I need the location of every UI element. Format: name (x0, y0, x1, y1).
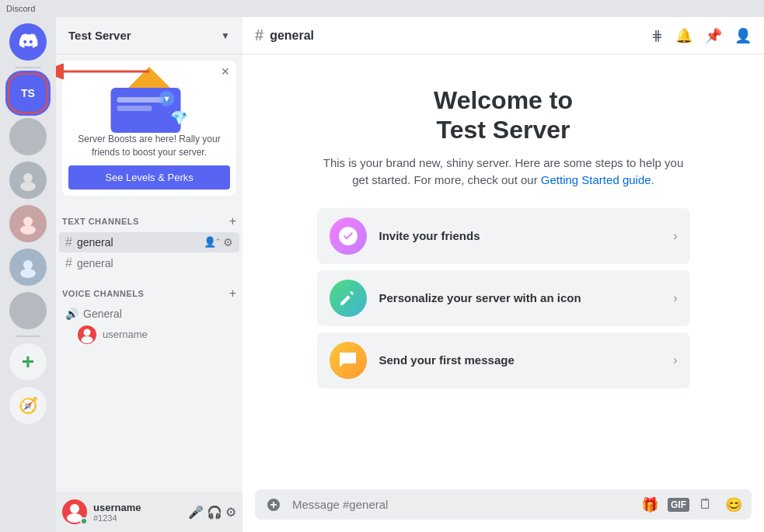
message-input-area: 🎁 GIF 🗒 😊 (242, 489, 764, 532)
notifications-icon[interactable]: 🔔 (675, 27, 692, 44)
invite-chevron-icon: › (673, 229, 677, 243)
welcome-title: Welcome toTest Server (434, 85, 573, 145)
voice-username: username (103, 329, 148, 340)
boost-text: Server Boosts are here! Rally your frien… (68, 133, 230, 159)
add-voice-channel-button[interactable]: + (229, 287, 236, 301)
voice-channels-category: VOICE CHANNELS + (56, 274, 242, 304)
user-controls: 🎤 🎧 ⚙ (188, 505, 236, 520)
svg-point-3 (20, 225, 36, 235)
pin-icon[interactable]: 📌 (705, 27, 722, 44)
user-tag-label: #1234 (93, 513, 182, 523)
svg-point-5 (20, 269, 36, 278)
invite-icon (330, 217, 367, 255)
microphone-icon[interactable]: 🎤 (188, 505, 204, 520)
text-channels-category: TEXT CHANNELS + (56, 202, 242, 231)
personalize-chevron-icon: › (673, 291, 677, 305)
boost-banner: ✕ ▼ 💎 Server Boosts are here! (62, 61, 236, 196)
personalize-icon (330, 280, 367, 317)
user-panel: username #1234 🎤 🎧 ⚙ (56, 492, 242, 532)
text-channels-label: TEXT CHANNELS (62, 217, 139, 226)
server-name: Test Server (68, 29, 131, 42)
server-icon-5[interactable] (9, 249, 47, 286)
action-cards: Invite your friends › Personalize your s… (317, 208, 690, 388)
add-server-button[interactable]: + (9, 343, 47, 381)
header-actions: ⋕ 🔔 📌 👤 (651, 27, 752, 44)
members-icon[interactable]: 👤 (734, 27, 752, 44)
channel-header: # general ⋕ 🔔 📌 👤 (242, 17, 764, 54)
send-message-card[interactable]: Send your first message › (317, 332, 690, 388)
svg-point-9 (70, 504, 79, 513)
user-avatar (62, 499, 87, 524)
voice-channels-label: VOICE CHANNELS (62, 289, 144, 298)
personalize-card[interactable]: Personalize your server with an icon › (317, 270, 690, 326)
app-title: Discord (6, 4, 35, 13)
app-container: TS + 🧭 Test Server ▼ ✕ (0, 17, 764, 532)
channel-item-general-voice[interactable]: 🔊 General (59, 304, 239, 323)
svg-point-0 (23, 173, 33, 183)
sticker-icon[interactable]: 🗒 (696, 493, 716, 516)
svg-point-2 (23, 217, 33, 226)
svg-point-4 (23, 260, 33, 269)
channel-header-name: general (270, 29, 314, 43)
voice-channel-user: username (56, 324, 242, 346)
discover-button[interactable]: 🧭 (9, 387, 47, 424)
server-icon-2[interactable] (9, 118, 47, 155)
hash-icon2: # (65, 256, 72, 270)
server-header[interactable]: Test Server ▼ (56, 17, 242, 54)
hash-icon: # (65, 235, 72, 249)
attach-file-button[interactable] (261, 492, 286, 517)
svg-point-7 (84, 329, 91, 336)
personalize-label: Personalize your server with an icon (379, 291, 661, 304)
invite-friends-card[interactable]: Invite your friends › (317, 208, 690, 264)
gif-button[interactable]: GIF (668, 498, 689, 512)
channel-name: general (77, 236, 199, 249)
server-icon-home[interactable] (9, 23, 47, 61)
main-content: # general ⋕ 🔔 📌 👤 Welcome toTest Server … (242, 17, 764, 532)
message-chevron-icon: › (673, 353, 677, 367)
boost-illustration: ▼ 💎 (68, 67, 230, 133)
server-list-separator2 (16, 336, 40, 337)
welcome-desc: This is your brand new, shiny server. He… (317, 155, 690, 190)
getting-started-link[interactable]: Getting Started guide. (541, 173, 654, 186)
speaker-icon: 🔊 (65, 308, 78, 320)
server-icon-test-server[interactable]: TS (9, 75, 47, 112)
voice-channel-name: General (83, 308, 233, 320)
add-member-icon[interactable]: 👤+ (204, 236, 220, 249)
gift-icon[interactable]: 🎁 (638, 493, 661, 516)
invite-friends-label: Invite your friends (379, 229, 661, 242)
emoji-icon[interactable]: 😊 (722, 493, 745, 516)
server-icon-6[interactable] (9, 292, 47, 329)
add-text-channel-button[interactable]: + (229, 214, 236, 228)
username-label: username (93, 502, 182, 513)
channel-name2: general (77, 257, 233, 269)
message-input-wrapper: 🎁 GIF 🗒 😊 (255, 489, 752, 520)
channel-hash-icon: # (255, 26, 263, 44)
server-icon-3[interactable] (9, 162, 47, 199)
title-bar: Discord (0, 0, 764, 17)
server-list: TS + 🧭 (0, 17, 56, 532)
channel-item-general2[interactable]: # general (59, 253, 239, 273)
message-icon (330, 342, 367, 379)
chevron-down-icon: ▼ (221, 30, 230, 41)
headphone-icon[interactable]: 🎧 (207, 505, 222, 520)
threads-icon[interactable]: ⋕ (651, 27, 663, 44)
server-list-separator (16, 67, 40, 68)
send-message-label: Send your first message (379, 353, 661, 367)
channel-item-general-active[interactable]: # general 👤+ ⚙ (59, 232, 239, 252)
settings-icon[interactable]: ⚙ (223, 236, 233, 249)
settings-icon[interactable]: ⚙ (225, 505, 236, 520)
channel-list: TEXT CHANNELS + # general 👤+ ⚙ # general… (56, 202, 242, 492)
message-input[interactable] (292, 489, 632, 520)
voice-user-avatar (78, 325, 96, 344)
user-info: username #1234 (93, 502, 182, 523)
channel-actions: 👤+ ⚙ (204, 236, 233, 249)
svg-point-1 (20, 182, 36, 191)
svg-point-8 (82, 336, 93, 343)
see-levels-perks-button[interactable]: See Levels & Perks (68, 165, 230, 190)
channel-sidebar: Test Server ▼ ✕ ▼ (56, 17, 242, 532)
status-dot (80, 517, 88, 525)
message-actions: 🎁 GIF 🗒 😊 (638, 493, 745, 516)
welcome-area: Welcome toTest Server This is your brand… (242, 54, 764, 489)
server-icon-4[interactable] (9, 205, 47, 242)
